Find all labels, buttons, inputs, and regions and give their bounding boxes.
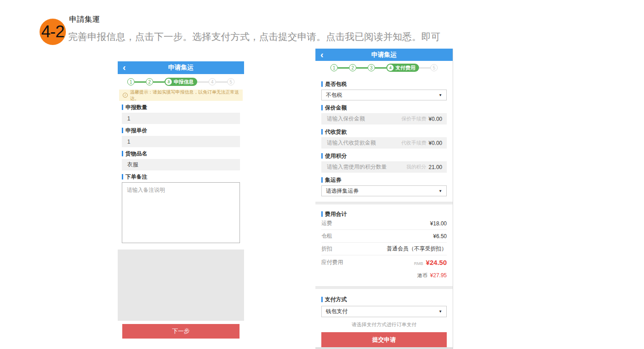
fee-value: ¥18.00 bbox=[430, 220, 447, 227]
image-placeholder-area bbox=[118, 249, 244, 321]
payment-note: 请选择支付方式进行订单支付 bbox=[321, 321, 447, 328]
step-line bbox=[375, 67, 386, 69]
left-step-indicator: 1 2 3 申报信息 4 5 bbox=[118, 74, 244, 90]
fee-row-discount: 折扣 普通会员（不享受折扣） bbox=[321, 243, 447, 255]
cod-input[interactable]: 请输入代收货款金额 代收手续费 ¥0.00 bbox=[321, 137, 447, 149]
my-points-value: 21.00 bbox=[429, 164, 442, 170]
payment-method-select[interactable]: 钱包支付 ▼ bbox=[321, 306, 447, 317]
payment-selected-value: 钱包支付 bbox=[326, 308, 348, 315]
cod-label-text: 代收货款 bbox=[325, 128, 347, 136]
fee-name: 仓租 bbox=[321, 232, 332, 240]
step-circle-4: 4 bbox=[209, 78, 216, 85]
label-bar bbox=[122, 105, 123, 110]
order-remark-label-text: 下单备注 bbox=[125, 173, 147, 181]
label-bar bbox=[321, 211, 323, 217]
tax-select[interactable]: 不包税 ▼ bbox=[321, 90, 447, 100]
order-remark-textarea[interactable] bbox=[122, 182, 240, 243]
goods-name-input[interactable]: 衣服 bbox=[122, 159, 240, 170]
active-step-label: 支付费用 bbox=[395, 65, 415, 71]
step-circle-1: 1 bbox=[127, 78, 135, 85]
declare-price-label-text: 申报单价 bbox=[125, 127, 147, 135]
hkd-currency: 港币 bbox=[417, 272, 427, 279]
declare-qty-label-text: 申报数量 bbox=[125, 104, 147, 111]
fee-value: 普通会员（不享受折扣） bbox=[387, 245, 447, 253]
screen-declaration-info: ‹ 申请集运 1 2 3 申报信息 4 5 i 温馨提示：请如实填写申报信息，以… bbox=[118, 61, 244, 339]
declare-price-value: 1 bbox=[127, 139, 130, 145]
fee-row-shipping: 运费 ¥18.00 bbox=[321, 217, 447, 230]
step-circle-3: 3 bbox=[368, 64, 375, 71]
step-line bbox=[135, 81, 146, 83]
hkd-row: 港币 ¥27.95 bbox=[321, 269, 447, 282]
label-bar bbox=[321, 297, 323, 302]
goods-name-label-text: 货物品名 bbox=[125, 150, 147, 158]
step-circle-2: 2 bbox=[349, 64, 356, 71]
hkd-amount: ¥27.95 bbox=[430, 272, 447, 279]
warm-notice-banner: i 温馨提示：请如实填写申报信息，以免订单无法正常送达。 bbox=[119, 90, 243, 101]
fee-value: ¥6.50 bbox=[433, 233, 447, 239]
insurance-input[interactable]: 请输入保价金额 保价手续费 ¥0.00 bbox=[321, 113, 447, 125]
step-line bbox=[419, 67, 430, 69]
coupon-label-text: 集运券 bbox=[325, 176, 341, 184]
tax-label-text: 是否包税 bbox=[325, 80, 347, 88]
goods-name-value: 衣服 bbox=[127, 161, 138, 169]
goods-name-label: 货物品名 bbox=[122, 150, 240, 157]
step-line bbox=[197, 81, 209, 83]
points-placeholder: 请输入需使用的积分数量 bbox=[327, 163, 387, 171]
section-divider bbox=[315, 286, 453, 289]
fee-row-storage: 仓租 ¥6.50 bbox=[321, 230, 447, 243]
coupon-label: 集运券 bbox=[321, 177, 447, 183]
insurance-placeholder: 请输入保价金额 bbox=[327, 115, 365, 123]
declare-qty-label: 申报数量 bbox=[122, 104, 240, 110]
step-circle-5: 5 bbox=[430, 64, 438, 71]
step-circle-1: 1 bbox=[330, 64, 338, 71]
label-bar bbox=[321, 177, 323, 183]
points-label-text: 使用积分 bbox=[325, 152, 347, 160]
page: 4-2 申請集運 完善申报信息，点击下一步。选择支付方式，点击提交申请。点击我已… bbox=[0, 0, 644, 349]
step-number-badge: 4-2 bbox=[40, 19, 66, 45]
cod-fee-label: 代收手续费 bbox=[401, 140, 426, 146]
left-app-header: ‹ 申请集运 bbox=[118, 61, 244, 74]
payment-method-label: 支付方式 bbox=[321, 296, 447, 303]
insurance-label-text: 保价金额 bbox=[325, 104, 347, 112]
screen-bottom-edge bbox=[315, 347, 453, 349]
fee-total-label: 费用合计 bbox=[321, 211, 447, 217]
payable-currency: RMB bbox=[414, 261, 423, 266]
tax-selected-value: 不包税 bbox=[326, 91, 342, 99]
insurance-fee-value: ¥0.00 bbox=[429, 116, 442, 122]
page-title: 申請集運 bbox=[69, 14, 100, 25]
points-label: 使用积分 bbox=[321, 153, 447, 159]
back-icon[interactable]: ‹ bbox=[123, 61, 126, 74]
payable-name: 应付费用 bbox=[321, 259, 343, 266]
next-step-button[interactable]: 下一步 bbox=[122, 324, 240, 339]
section-divider bbox=[315, 202, 453, 204]
label-bar bbox=[122, 151, 123, 156]
declare-qty-input[interactable]: 1 bbox=[122, 113, 240, 124]
right-app-header: ‹ 申请集运 bbox=[315, 49, 453, 61]
order-remark-label: 下单备注 bbox=[122, 174, 240, 180]
active-step-label: 申报信息 bbox=[174, 79, 194, 85]
declare-qty-value: 1 bbox=[127, 115, 130, 122]
coupon-select[interactable]: 请选择集运券 ▼ bbox=[321, 185, 447, 196]
insurance-label: 保价金额 bbox=[321, 105, 447, 111]
back-icon[interactable]: ‹ bbox=[320, 49, 324, 61]
fee-name: 运费 bbox=[321, 219, 332, 227]
payable-row: 应付费用 RMB ¥24.50 bbox=[321, 255, 447, 269]
chevron-down-icon: ▼ bbox=[439, 189, 442, 193]
active-step-pill: 3 申报信息 bbox=[165, 78, 197, 86]
submit-application-button[interactable]: 提交申请 bbox=[321, 332, 447, 347]
left-app-title: 申请集运 bbox=[168, 64, 194, 72]
declare-price-input[interactable]: 1 bbox=[122, 136, 240, 147]
points-input[interactable]: 请输入需使用的积分数量 我的积分 21.00 bbox=[321, 161, 447, 173]
payment-method-label-text: 支付方式 bbox=[325, 296, 347, 304]
cod-label: 代收货款 bbox=[321, 129, 447, 135]
label-bar bbox=[321, 81, 323, 87]
active-step-number: 4 bbox=[387, 65, 394, 71]
my-points-label: 我的积分 bbox=[406, 164, 426, 170]
declare-price-label: 申报单价 bbox=[122, 127, 240, 134]
active-step-pill: 4 支付费用 bbox=[386, 64, 419, 72]
step-line bbox=[153, 81, 165, 83]
label-bar bbox=[321, 105, 323, 110]
label-bar bbox=[122, 128, 123, 133]
coupon-selected-value: 请选择集运券 bbox=[326, 187, 359, 195]
notice-text: 温馨提示：请如实填写申报信息，以免订单无法正常送达。 bbox=[130, 89, 239, 102]
